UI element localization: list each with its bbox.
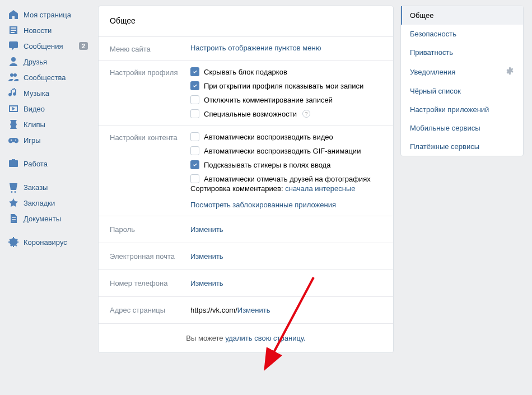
checkbox-icon[interactable] (190, 132, 199, 141)
nav-messages[interactable]: Сообщения 2 (4, 38, 91, 54)
settings-row: Адрес страницы https://vk.com/ Изменить (99, 296, 393, 323)
change-link[interactable]: Изменить (190, 225, 223, 234)
nav-label: Документы (24, 215, 88, 223)
check-label: Подсказывать стикеры в полях ввода (204, 161, 330, 169)
checkbox-icon[interactable] (190, 109, 199, 118)
nav-video[interactable]: Видео (4, 101, 91, 117)
nav-clips[interactable]: Клипы (4, 117, 91, 132)
help-icon[interactable]: ? (302, 110, 310, 118)
nav-news[interactable]: Новости (4, 22, 91, 38)
change-link[interactable]: Изменить (190, 279, 223, 287)
music-icon (8, 87, 19, 99)
check-label: Автоматически воспроизводить видео (204, 133, 333, 141)
row-label: Настройки контента (110, 132, 190, 209)
nav-label: Заказы (24, 183, 88, 192)
nav-games[interactable]: Игры (4, 132, 91, 148)
bookmarks-icon (8, 197, 19, 208)
row-label: Адрес страницы (110, 306, 190, 314)
nav-orders[interactable]: Заказы (4, 179, 91, 195)
gear-icon[interactable] (506, 67, 514, 77)
settings-tab[interactable]: Приватность (401, 43, 523, 62)
check-label: Автоматически воспроизводить GIF-анимаци… (204, 147, 361, 155)
content-check[interactable]: Подсказывать стикеры в полях ввода (190, 160, 382, 169)
settings-tabs: Общее Безопасность Приватность Уведомлен… (400, 6, 524, 156)
profile-check[interactable]: При открытии профиля показывать мои запи… (190, 81, 382, 90)
row-label: Настройки профиля (110, 67, 190, 118)
sort-prefix: Сортировка комментариев: (190, 184, 285, 193)
row-label: Меню сайта (110, 44, 190, 53)
documents-icon (8, 213, 19, 224)
settings-tab[interactable]: Платёжные сервисы (401, 137, 523, 156)
settings-tab[interactable]: Мобильные сервисы (401, 119, 523, 137)
tab-label: Мобильные сервисы (410, 124, 480, 132)
left-nav: Моя страница Новости Сообщения 2 Друзья … (4, 6, 91, 353)
nav-label: Закладки (24, 199, 88, 207)
nav-friends[interactable]: Друзья (4, 54, 91, 69)
row-label: Пароль (110, 225, 190, 234)
nav-label: Коронавирус (24, 238, 88, 247)
tab-label: Общее (410, 11, 434, 20)
tab-label: Уведомления (410, 68, 455, 76)
nav-home[interactable]: Моя страница (4, 7, 91, 22)
home-icon (8, 9, 19, 20)
check-label: Отключить комментирование записей (204, 96, 333, 104)
work-icon (8, 158, 19, 169)
checkbox-icon[interactable] (190, 95, 199, 104)
tab-label: Чёрный список (410, 87, 461, 95)
friends-icon (8, 56, 19, 67)
nav-label: Друзья (24, 58, 88, 66)
profile-check[interactable]: Скрывать блок подарков (190, 67, 382, 76)
row-label: Электронная почта (110, 252, 190, 261)
checkbox-icon[interactable] (190, 81, 199, 90)
nav-groups[interactable]: Сообщества (4, 69, 91, 85)
nav-covid[interactable]: Коронавирус (4, 234, 91, 250)
covid-icon (8, 236, 19, 248)
change-link[interactable]: Изменить (190, 252, 223, 261)
tab-label: Настройки приложений (410, 105, 489, 114)
profile-check[interactable]: Специальные возможности ? (190, 109, 382, 118)
nav-music[interactable]: Музыка (4, 85, 91, 101)
checkbox-icon[interactable] (190, 67, 199, 76)
delete-page-link[interactable]: удалить свою страницу. (225, 334, 306, 342)
content-check[interactable]: Автоматически воспроизводить GIF-анимаци… (190, 146, 382, 155)
tab-label: Платёжные сервисы (410, 142, 479, 151)
change-link[interactable]: Изменить (237, 306, 270, 314)
sort-mode-link[interactable]: сначала интересные (285, 184, 355, 193)
settings-tab[interactable]: Общее (401, 6, 523, 25)
nav-label: Работа (24, 160, 88, 168)
nav-label: Музыка (24, 89, 88, 97)
checkbox-icon[interactable] (190, 160, 199, 169)
content-check[interactable]: Автоматически воспроизводить видео (190, 132, 382, 141)
content-check[interactable]: Автоматически отмечать друзей на фотогра… (190, 174, 382, 183)
nav-label: Моя страница (24, 11, 88, 19)
profile-check[interactable]: Отключить комментирование записей (190, 95, 382, 104)
messages-icon (8, 40, 19, 52)
checkbox-icon[interactable] (190, 174, 199, 183)
check-label: Специальные возможности (204, 110, 297, 118)
settings-row: Пароль Изменить (99, 216, 393, 243)
nav-bookmarks[interactable]: Закладки (4, 195, 91, 211)
nav-documents[interactable]: Документы (4, 211, 91, 226)
nav-badge: 2 (79, 42, 88, 50)
check-label: Автоматически отмечать друзей на фотогра… (204, 175, 371, 183)
checkbox-icon[interactable] (190, 146, 199, 155)
row-value: https://vk.com/ (190, 306, 237, 314)
tab-label: Безопасность (410, 30, 456, 38)
settings-row: Электронная почта Изменить (99, 243, 393, 269)
panel-title: Общее (99, 6, 393, 36)
check-label: При открытии профиля показывать мои запи… (204, 82, 363, 90)
settings-tab[interactable]: Уведомления (401, 62, 523, 82)
settings-tab[interactable]: Чёрный список (401, 82, 523, 100)
nav-work[interactable]: Работа (4, 156, 91, 171)
clips-icon (8, 119, 19, 130)
groups-icon (8, 72, 19, 83)
settings-tab[interactable]: Настройки приложений (401, 100, 523, 119)
nav-label: Игры (24, 136, 88, 145)
nav-label: Клипы (24, 120, 88, 129)
configure-menu-link[interactable]: Настроить отображение пунктов меню (190, 44, 321, 52)
check-label: Скрывать блок подарков (204, 68, 287, 76)
blocked-apps-link[interactable]: Посмотреть заблокированные приложения (190, 201, 336, 209)
news-icon (8, 25, 19, 36)
nav-label: Новости (24, 26, 88, 35)
settings-tab[interactable]: Безопасность (401, 25, 523, 43)
